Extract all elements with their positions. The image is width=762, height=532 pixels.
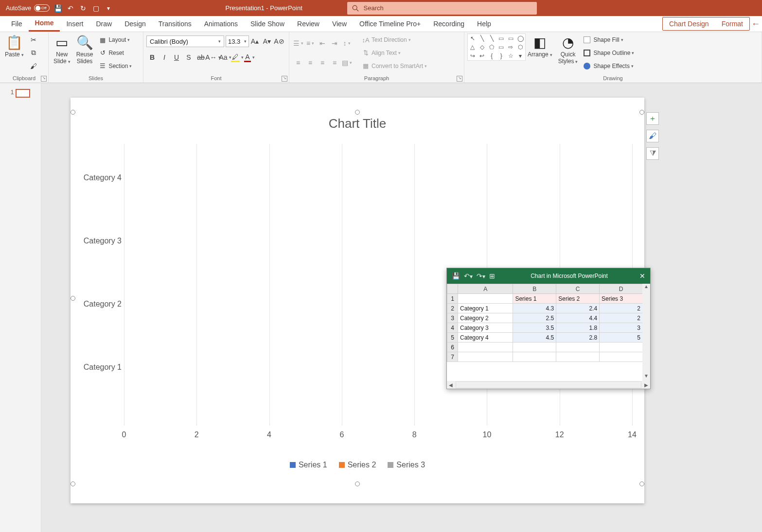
text-direction-button[interactable]: ↕AText Direction▾ [360, 35, 429, 45]
clear-format-icon[interactable]: A⊘ [273, 35, 285, 47]
line-spacing-button[interactable]: ↕▾ [341, 37, 353, 49]
highlight-button[interactable]: 🖊▾ [231, 51, 243, 63]
decrease-font-icon[interactable]: A▾ [261, 35, 273, 47]
tab-file[interactable]: File [5, 16, 29, 32]
spreadsheet-hscroll[interactable]: ◀▶ [447, 381, 650, 389]
arrange-button[interactable]: ◧ Arrange▾ [526, 34, 554, 72]
slide-thumbnail-1[interactable]: 1 [11, 89, 31, 98]
cell[interactable] [458, 352, 513, 362]
row-header[interactable]: 4 [447, 323, 458, 333]
cell[interactable] [458, 343, 513, 352]
tab-draw[interactable]: Draw [89, 16, 118, 32]
cell[interactable]: 4.4 [556, 313, 600, 323]
paste-button[interactable]: 📋 Paste▾ [3, 34, 26, 72]
tab-insert[interactable]: Insert [60, 16, 89, 32]
shadow-button[interactable]: S [183, 51, 195, 63]
cell[interactable]: 2 [600, 313, 643, 323]
cell[interactable] [600, 343, 643, 352]
autosave-toggle[interactable]: AutoSave Off [6, 4, 50, 12]
paragraph-dialog-launcher[interactable]: ↘ [457, 76, 462, 82]
cell[interactable]: Series 3 [600, 294, 643, 304]
bullets-button[interactable]: ☰▾ [292, 37, 304, 49]
row-header[interactable]: 7 [447, 352, 458, 362]
search-input[interactable]: Search [347, 2, 537, 15]
char-spacing-button[interactable]: A↔▾ [207, 51, 219, 63]
slideshow-icon[interactable]: ▢ [91, 4, 100, 13]
italic-button[interactable]: I [159, 51, 170, 63]
col-header[interactable] [447, 284, 458, 294]
columns-button[interactable]: ▤▾ [341, 57, 353, 69]
row-header[interactable]: 5 [447, 333, 458, 343]
quick-styles-button[interactable]: ◔ Quick Styles▾ [556, 34, 580, 72]
cell[interactable] [556, 343, 600, 352]
bold-button[interactable]: B [146, 51, 158, 63]
tab-transitions[interactable]: Transitions [152, 16, 198, 32]
tab-slideshow[interactable]: Slide Show [244, 16, 291, 32]
tab-chart-design[interactable]: Chart Design [663, 16, 715, 32]
slide-canvas[interactable]: Chart Title 02468101214Category 4Categor… [41, 83, 762, 532]
justify-button[interactable]: ≡ [329, 57, 340, 69]
cut-icon[interactable]: ✂ [28, 34, 39, 46]
numbering-button[interactable]: ≡▾ [304, 37, 316, 49]
clipboard-dialog-launcher[interactable]: ↘ [41, 76, 47, 82]
qat-more-icon[interactable]: ▾ [104, 4, 113, 13]
col-header[interactable]: C [556, 284, 600, 294]
underline-button[interactable]: U [171, 51, 182, 63]
font-size-select[interactable]: 13.3▾ [226, 35, 249, 47]
legend-item[interactable]: Series 2 [339, 461, 376, 469]
slide-thumbnail-pane[interactable]: 1 [0, 83, 41, 532]
convert-smartart-button[interactable]: ▦Convert to SmartArt▾ [360, 61, 429, 70]
save-icon[interactable]: 💾 [53, 4, 62, 13]
row-header[interactable]: 2 [447, 304, 458, 313]
shape-outline-button[interactable]: Shape Outline▾ [582, 48, 636, 57]
tab-animations[interactable]: Animations [198, 16, 244, 32]
chart-filters-button[interactable]: ⧩ [646, 147, 659, 160]
font-name-select[interactable]: Calibri (Body)▾ [146, 35, 224, 47]
cell[interactable] [556, 352, 600, 362]
chart-data-spreadsheet[interactable]: 💾 ↶▾ ↷▾ ⊞ Chart in Microsoft PowerPoint … [446, 268, 651, 389]
align-right-button[interactable]: ≡ [317, 57, 328, 69]
spreadsheet-titlebar[interactable]: 💾 ↶▾ ↷▾ ⊞ Chart in Microsoft PowerPoint … [447, 268, 650, 284]
cell[interactable]: Category 2 [458, 313, 513, 323]
slide-1[interactable]: Chart Title 02468101214Category 4Categor… [71, 98, 644, 503]
chart-title[interactable]: Chart Title [73, 116, 642, 131]
reuse-slides-button[interactable]: 🔍 Reuse Slides [74, 34, 95, 72]
excel-edit-data-icon[interactable]: ⊞ [489, 272, 495, 280]
align-text-button[interactable]: ⇅Align Text▾ [360, 48, 429, 57]
cell[interactable]: 3 [600, 323, 643, 333]
increase-indent-button[interactable]: ⇥ [329, 37, 340, 49]
excel-undo-icon[interactable]: ↶▾ [464, 272, 473, 280]
shape-effects-button[interactable]: Shape Effects▾ [582, 61, 636, 70]
reset-button[interactable]: ↺Reset [97, 48, 134, 57]
cell[interactable]: 2 [600, 304, 643, 313]
row-header[interactable]: 6 [447, 343, 458, 352]
col-header[interactable]: B [513, 284, 556, 294]
cell[interactable] [513, 343, 556, 352]
excel-save-icon[interactable]: 💾 [452, 272, 460, 280]
increase-font-icon[interactable]: A▴ [249, 35, 261, 47]
shape-fill-button[interactable]: Shape Fill▾ [582, 35, 636, 45]
col-header[interactable]: A [458, 284, 513, 294]
cell[interactable]: 5 [600, 333, 643, 343]
tab-design[interactable]: Design [118, 16, 152, 32]
decrease-indent-button[interactable]: ⇤ [317, 37, 328, 49]
cell[interactable]: 4.3 [513, 304, 556, 313]
copy-icon[interactable]: ⧉ [28, 47, 39, 59]
row-header[interactable]: 1 [447, 294, 458, 304]
cell[interactable]: Series 1 [513, 294, 556, 304]
chart-elements-button[interactable]: ＋ [646, 112, 659, 125]
cell[interactable]: Category 4 [458, 333, 513, 343]
shapes-gallery[interactable]: ↖╲╲▭▭◯ △◇⬠▭⇨⬡ ↪↩{}☆▾ [467, 34, 526, 61]
section-button[interactable]: ☰Section▾ [97, 61, 134, 70]
tab-review[interactable]: Review [291, 16, 326, 32]
legend-item[interactable]: Series 1 [290, 461, 327, 469]
layout-button[interactable]: ▦Layout▾ [97, 35, 134, 45]
cell[interactable]: Category 3 [458, 323, 513, 333]
tab-home[interactable]: Home [29, 16, 60, 32]
cell[interactable]: 3.5 [513, 323, 556, 333]
cell[interactable] [513, 352, 556, 362]
cell[interactable] [600, 352, 643, 362]
tab-format[interactable]: Format [715, 16, 749, 32]
chart-legend[interactable]: Series 1Series 2Series 3 [73, 461, 642, 469]
spreadsheet-grid[interactable]: ABCDE1Series 1Series 2Series 32Category … [447, 284, 650, 362]
